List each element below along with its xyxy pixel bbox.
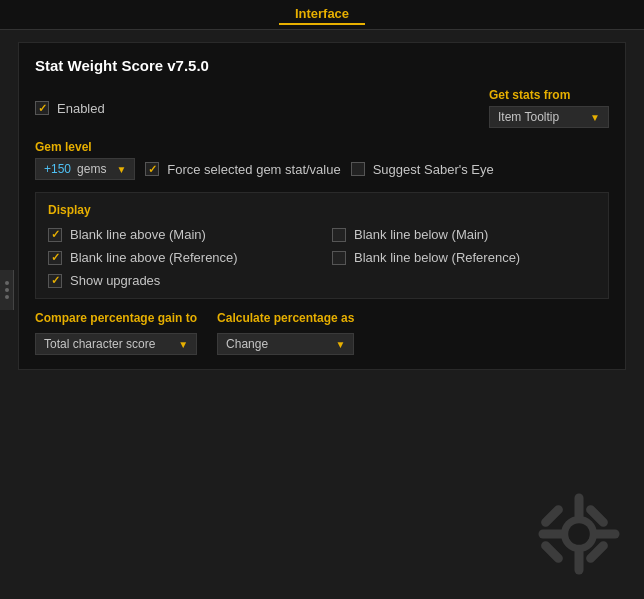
calculate-label: Calculate percentage as xyxy=(217,311,354,325)
gem-level-dropdown[interactable]: +150 gems ▼ xyxy=(35,158,135,180)
gem-dropdown-arrow-icon: ▼ xyxy=(116,164,126,175)
left-sidebar-bar xyxy=(0,270,14,310)
force-gem-item: ✓ Force selected gem stat/value xyxy=(145,162,340,177)
svg-rect-7 xyxy=(539,539,564,564)
compare-dropdown-arrow-icon: ▼ xyxy=(178,339,188,350)
svg-rect-1 xyxy=(575,494,584,521)
blank-below-ref-checkbox[interactable] xyxy=(332,251,346,265)
show-upgrades-item: ✓ Show upgrades xyxy=(48,273,596,288)
get-stats-dropdown[interactable]: Item Tooltip ▼ xyxy=(489,106,609,128)
gem-level-row: +150 gems ▼ ✓ Force selected gem stat/va… xyxy=(35,158,609,180)
checkbox-grid: ✓ Blank line above (Main) Blank line bel… xyxy=(48,227,596,265)
blank-above-main-check-icon: ✓ xyxy=(51,228,60,241)
blank-below-ref-label: Blank line below (Reference) xyxy=(354,250,520,265)
svg-rect-2 xyxy=(575,548,584,575)
decorative-icon xyxy=(534,489,624,579)
enabled-checkbox[interactable]: ✓ xyxy=(35,101,49,115)
checkmark-icon: ✓ xyxy=(38,102,47,115)
dropdown-arrow-icon: ▼ xyxy=(590,112,600,123)
show-upgrades-check-icon: ✓ xyxy=(51,274,60,287)
calculate-value: Change xyxy=(226,337,268,351)
blank-below-main-checkbox[interactable] xyxy=(332,228,346,242)
calculate-dropdown[interactable]: Change ▼ xyxy=(217,333,354,355)
compare-dropdown[interactable]: Total character score ▼ xyxy=(35,333,197,355)
blank-above-ref-label: Blank line above (Reference) xyxy=(70,250,238,265)
blank-above-ref-check-icon: ✓ xyxy=(51,251,60,264)
blank-above-ref-item: ✓ Blank line above (Reference) xyxy=(48,250,312,265)
left-bar-dot-3 xyxy=(5,295,9,299)
blank-below-main-label: Blank line below (Main) xyxy=(354,227,488,242)
left-bar-dot-1 xyxy=(5,281,9,285)
tab-bar: Interface xyxy=(0,0,644,30)
get-stats-label: Get stats from xyxy=(489,88,570,102)
compare-value: Total character score xyxy=(44,337,155,351)
gem-level-section: Gem level +150 gems ▼ ✓ Force selected g… xyxy=(35,140,609,180)
page-background: Interface Stat Weight Score v7.5.0 ✓ Ena… xyxy=(0,0,644,599)
gem-level-value: +150 xyxy=(44,162,71,176)
compare-calculate-row: Compare percentage gain to Total charact… xyxy=(35,311,609,355)
gem-level-label: Gem level xyxy=(35,140,609,154)
panel-title: Stat Weight Score v7.5.0 xyxy=(35,57,609,74)
suggest-eye-checkbox[interactable] xyxy=(351,162,365,176)
enabled-section: ✓ Enabled xyxy=(35,101,105,116)
display-header: Display xyxy=(48,203,596,217)
calculate-dropdown-arrow-icon: ▼ xyxy=(336,339,346,350)
display-section: Display ✓ Blank line above (Main) Blank … xyxy=(35,192,609,299)
get-stats-value: Item Tooltip xyxy=(498,110,559,124)
get-stats-section: Get stats from Item Tooltip ▼ xyxy=(489,88,609,128)
compare-label: Compare percentage gain to xyxy=(35,311,197,325)
suggest-eye-label: Suggest Saber's Eye xyxy=(373,162,494,177)
force-gem-checkbox[interactable]: ✓ xyxy=(145,162,159,176)
svg-rect-4 xyxy=(593,530,620,539)
calculate-col: Calculate percentage as Change ▼ xyxy=(217,311,354,355)
svg-rect-5 xyxy=(539,503,564,528)
blank-below-main-item: Blank line below (Main) xyxy=(332,227,596,242)
enabled-label: Enabled xyxy=(57,101,105,116)
svg-point-9 xyxy=(568,523,590,545)
left-bar-dot-2 xyxy=(5,288,9,292)
tab-interface[interactable]: Interface xyxy=(279,4,365,25)
show-upgrades-checkbox[interactable]: ✓ xyxy=(48,274,62,288)
gems-unit: gems xyxy=(77,162,106,176)
force-gem-checkmark-icon: ✓ xyxy=(148,163,157,176)
svg-rect-3 xyxy=(539,530,566,539)
blank-above-main-checkbox[interactable]: ✓ xyxy=(48,228,62,242)
blank-above-main-label: Blank line above (Main) xyxy=(70,227,206,242)
blank-above-main-item: ✓ Blank line above (Main) xyxy=(48,227,312,242)
suggest-eye-item: Suggest Saber's Eye xyxy=(351,162,494,177)
compare-col: Compare percentage gain to Total charact… xyxy=(35,311,197,355)
force-gem-label: Force selected gem stat/value xyxy=(167,162,340,177)
enabled-row: ✓ Enabled Get stats from Item Tooltip ▼ xyxy=(35,88,609,128)
blank-below-ref-item: Blank line below (Reference) xyxy=(332,250,596,265)
blank-above-ref-checkbox[interactable]: ✓ xyxy=(48,251,62,265)
main-panel: Stat Weight Score v7.5.0 ✓ Enabled Get s… xyxy=(18,42,626,370)
show-upgrades-label: Show upgrades xyxy=(70,273,160,288)
